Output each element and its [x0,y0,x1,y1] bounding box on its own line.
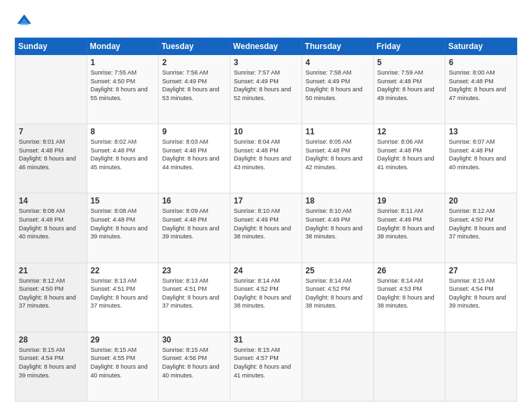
day-cell: 5Sunrise: 7:59 AMSunset: 4:48 PMDaylight… [373,55,445,124]
day-cell: 29Sunrise: 8:15 AMSunset: 4:55 PMDayligh… [87,332,159,401]
day-info: Sunrise: 7:57 AMSunset: 4:49 PMDaylight:… [234,68,298,102]
day-cell: 31Sunrise: 8:15 AMSunset: 4:57 PMDayligh… [230,332,302,401]
day-info: Sunrise: 7:59 AMSunset: 4:48 PMDaylight:… [378,68,442,102]
day-number: 3 [234,58,298,67]
day-info: Sunrise: 8:14 AMSunset: 4:53 PMDaylight:… [378,277,442,310]
week-row-1: 7Sunrise: 8:01 AMSunset: 4:48 PMDaylight… [15,124,517,193]
day-info: Sunrise: 8:08 AMSunset: 4:48 PMDaylight:… [19,207,83,240]
day-cell [445,332,517,401]
day-number: 1 [91,58,155,67]
day-number: 30 [162,335,226,345]
day-info: Sunrise: 8:13 AMSunset: 4:51 PMDaylight:… [162,277,226,310]
week-row-3: 21Sunrise: 8:12 AMSunset: 4:50 PMDayligh… [15,263,517,332]
day-number: 16 [162,196,226,205]
weekday-header-row: SundayMondayTuesdayWednesdayThursdayFrid… [15,38,517,55]
day-number: 24 [234,266,298,275]
day-number: 29 [91,335,155,345]
logo-icon [15,12,34,31]
day-number: 27 [449,266,513,275]
day-cell: 20Sunrise: 8:12 AMSunset: 4:50 PMDayligh… [445,193,517,263]
day-cell: 13Sunrise: 8:07 AMSunset: 4:48 PMDayligh… [445,124,517,193]
calendar-table: SundayMondayTuesdayWednesdayThursdayFrid… [15,38,517,402]
week-row-0: 1Sunrise: 7:55 AMSunset: 4:50 PMDaylight… [15,55,517,124]
day-number: 8 [91,127,155,136]
day-number: 9 [162,127,226,136]
day-number: 19 [378,196,442,205]
weekday-header-sunday: Sunday [15,38,87,55]
day-cell: 14Sunrise: 8:08 AMSunset: 4:48 PMDayligh… [15,193,87,263]
day-info: Sunrise: 8:08 AMSunset: 4:48 PMDaylight:… [91,207,155,240]
day-number: 17 [234,196,298,205]
day-cell: 9Sunrise: 8:03 AMSunset: 4:48 PMDaylight… [159,124,230,193]
day-cell: 10Sunrise: 8:04 AMSunset: 4:48 PMDayligh… [230,124,302,193]
day-cell: 11Sunrise: 8:05 AMSunset: 4:48 PMDayligh… [302,124,373,193]
day-info: Sunrise: 8:15 AMSunset: 4:56 PMDaylight:… [162,346,226,379]
day-info: Sunrise: 8:11 AMSunset: 4:49 PMDaylight:… [378,207,442,240]
day-number: 21 [19,266,83,275]
header [15,12,517,31]
day-info: Sunrise: 8:09 AMSunset: 4:48 PMDaylight:… [162,207,226,240]
weekday-header-saturday: Saturday [445,38,517,55]
day-cell: 23Sunrise: 8:13 AMSunset: 4:51 PMDayligh… [159,263,230,332]
day-cell: 21Sunrise: 8:12 AMSunset: 4:50 PMDayligh… [15,263,87,332]
page: SundayMondayTuesdayWednesdayThursdayFrid… [0,0,532,411]
day-cell: 2Sunrise: 7:56 AMSunset: 4:49 PMDaylight… [159,55,230,124]
day-info: Sunrise: 8:15 AMSunset: 4:55 PMDaylight:… [91,346,155,379]
day-number: 31 [234,335,298,345]
week-row-2: 14Sunrise: 8:08 AMSunset: 4:48 PMDayligh… [15,193,517,263]
day-cell: 19Sunrise: 8:11 AMSunset: 4:49 PMDayligh… [373,193,445,263]
day-cell [302,332,373,401]
day-info: Sunrise: 8:04 AMSunset: 4:48 PMDaylight:… [234,138,298,171]
day-number: 15 [91,196,155,205]
day-info: Sunrise: 8:10 AMSunset: 4:49 PMDaylight:… [234,207,298,240]
weekday-header-friday: Friday [373,38,445,55]
day-info: Sunrise: 8:06 AMSunset: 4:48 PMDaylight:… [378,138,442,171]
day-cell: 26Sunrise: 8:14 AMSunset: 4:53 PMDayligh… [373,263,445,332]
day-info: Sunrise: 7:56 AMSunset: 4:49 PMDaylight:… [162,68,226,102]
day-cell: 8Sunrise: 8:02 AMSunset: 4:48 PMDaylight… [87,124,159,193]
day-cell: 16Sunrise: 8:09 AMSunset: 4:48 PMDayligh… [159,193,230,263]
day-number: 14 [19,196,83,205]
weekday-header-tuesday: Tuesday [159,38,230,55]
day-cell: 12Sunrise: 8:06 AMSunset: 4:48 PMDayligh… [373,124,445,193]
day-info: Sunrise: 7:58 AMSunset: 4:49 PMDaylight:… [306,68,370,102]
day-number: 23 [162,266,226,275]
day-info: Sunrise: 8:12 AMSunset: 4:50 PMDaylight:… [449,207,513,240]
day-number: 2 [162,58,226,67]
day-info: Sunrise: 7:55 AMSunset: 4:50 PMDaylight:… [91,68,155,102]
day-number: 28 [19,335,83,345]
day-info: Sunrise: 8:02 AMSunset: 4:48 PMDaylight:… [91,138,155,171]
day-number: 10 [234,127,298,136]
day-info: Sunrise: 8:03 AMSunset: 4:48 PMDaylight:… [162,138,226,171]
day-cell: 30Sunrise: 8:15 AMSunset: 4:56 PMDayligh… [159,332,230,401]
day-info: Sunrise: 8:15 AMSunset: 4:57 PMDaylight:… [234,346,298,379]
logo [15,12,36,31]
day-cell: 18Sunrise: 8:10 AMSunset: 4:49 PMDayligh… [302,193,373,263]
weekday-header-wednesday: Wednesday [230,38,302,55]
day-info: Sunrise: 8:15 AMSunset: 4:54 PMDaylight:… [449,277,513,310]
day-info: Sunrise: 8:05 AMSunset: 4:48 PMDaylight:… [306,138,370,171]
day-cell: 27Sunrise: 8:15 AMSunset: 4:54 PMDayligh… [445,263,517,332]
day-cell: 7Sunrise: 8:01 AMSunset: 4:48 PMDaylight… [15,124,87,193]
day-number: 7 [19,127,83,136]
day-cell [373,332,445,401]
day-cell: 3Sunrise: 7:57 AMSunset: 4:49 PMDaylight… [230,55,302,124]
day-number: 6 [449,58,513,67]
day-cell: 1Sunrise: 7:55 AMSunset: 4:50 PMDaylight… [87,55,159,124]
day-number: 26 [378,266,442,275]
day-number: 18 [306,196,370,205]
day-number: 5 [378,58,442,67]
day-info: Sunrise: 8:07 AMSunset: 4:48 PMDaylight:… [449,138,513,171]
day-cell: 25Sunrise: 8:14 AMSunset: 4:52 PMDayligh… [302,263,373,332]
day-number: 11 [306,127,370,136]
day-number: 20 [449,196,513,205]
day-number: 22 [91,266,155,275]
day-cell: 22Sunrise: 8:13 AMSunset: 4:51 PMDayligh… [87,263,159,332]
day-cell: 15Sunrise: 8:08 AMSunset: 4:48 PMDayligh… [87,193,159,263]
day-info: Sunrise: 8:15 AMSunset: 4:54 PMDaylight:… [19,346,83,379]
day-number: 4 [306,58,370,67]
day-cell: 28Sunrise: 8:15 AMSunset: 4:54 PMDayligh… [15,332,87,401]
day-cell: 24Sunrise: 8:14 AMSunset: 4:52 PMDayligh… [230,263,302,332]
week-row-4: 28Sunrise: 8:15 AMSunset: 4:54 PMDayligh… [15,332,517,401]
day-info: Sunrise: 8:00 AMSunset: 4:48 PMDaylight:… [449,68,513,102]
